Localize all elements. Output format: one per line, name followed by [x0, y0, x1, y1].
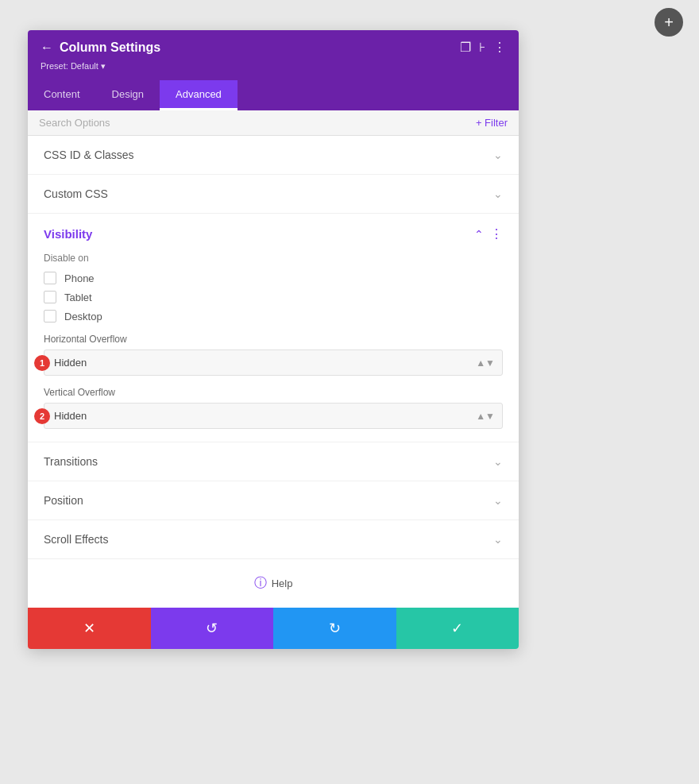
redo-button[interactable]: ↻: [273, 608, 396, 649]
tab-design[interactable]: Design: [96, 80, 160, 110]
horizontal-overflow-wrapper: 1 Hidden Visible Scroll Auto ▲▼: [44, 350, 503, 376]
filter-button[interactable]: + Filter: [476, 117, 508, 129]
tablet-label: Tablet: [64, 292, 92, 303]
desktop-label: Desktop: [64, 311, 102, 322]
panel-header: ← Column Settings ❐ ⊦ ⋮ Preset: Default: [28, 30, 519, 80]
visibility-title: Visibility: [44, 227, 92, 241]
scroll-effects-section[interactable]: Scroll Effects ⌄: [28, 520, 519, 559]
vertical-overflow-group: Vertical Overflow 2 Hidden Visible Scrol…: [44, 387, 503, 429]
tab-bar: Content Design Advanced: [28, 80, 519, 110]
custom-css-chevron: ⌄: [493, 187, 503, 200]
visibility-section: Visibility ⌃ ⋮ Disable on Phone Tablet D…: [28, 214, 519, 442]
horizontal-overflow-select[interactable]: Hidden Visible Scroll Auto: [44, 350, 503, 376]
scroll-effects-label: Scroll Effects: [44, 533, 108, 546]
phone-label: Phone: [64, 272, 95, 284]
css-id-classes-label: CSS ID & Classes: [44, 149, 134, 161]
undo-button[interactable]: ↺: [151, 608, 274, 649]
desktop-checkbox[interactable]: [44, 310, 56, 322]
visibility-header: Visibility ⌃ ⋮: [44, 226, 503, 241]
undo-icon: ↺: [206, 620, 218, 637]
back-button[interactable]: ←: [41, 41, 53, 55]
help-row: ⓘ Help: [28, 559, 519, 608]
vertical-overflow-badge: 2: [34, 408, 50, 424]
cancel-button[interactable]: ✕: [28, 608, 151, 649]
column-settings-panel: ← Column Settings ❐ ⊦ ⋮ Preset: Default …: [28, 30, 519, 649]
phone-checkbox[interactable]: [44, 272, 56, 284]
panel-footer: ✕ ↺ ↻ ✓: [28, 608, 519, 649]
visibility-more-icon[interactable]: ⋮: [490, 226, 503, 241]
disable-on-label: Disable on: [44, 253, 503, 264]
position-section[interactable]: Position ⌄: [28, 481, 519, 520]
scroll-effects-chevron: ⌄: [493, 533, 503, 546]
transitions-section[interactable]: Transitions ⌄: [28, 442, 519, 481]
header-icons: ❐ ⊦ ⋮: [460, 40, 506, 55]
horizontal-overflow-badge: 1: [34, 355, 50, 371]
search-placeholder: Search Options: [39, 117, 110, 129]
search-bar: Search Options + Filter: [28, 110, 519, 136]
position-label: Position: [44, 494, 83, 507]
tab-advanced[interactable]: Advanced: [160, 80, 238, 110]
expand-icon[interactable]: ❐: [460, 40, 471, 55]
tab-content[interactable]: Content: [28, 80, 96, 110]
css-id-classes-chevron: ⌄: [493, 149, 503, 161]
tablet-checkbox[interactable]: [44, 291, 56, 303]
vertical-overflow-label: Vertical Overflow: [44, 387, 503, 398]
save-button[interactable]: ✓: [396, 608, 519, 649]
redo-icon: ↻: [329, 620, 341, 637]
tablet-checkbox-row: Tablet: [44, 291, 503, 303]
columns-icon[interactable]: ⊦: [479, 40, 485, 55]
transitions-label: Transitions: [44, 455, 98, 468]
vertical-overflow-select[interactable]: Hidden Visible Scroll Auto: [44, 403, 503, 429]
css-id-classes-section[interactable]: CSS ID & Classes ⌄: [28, 136, 519, 175]
horizontal-overflow-group: Horizontal Overflow 1 Hidden Visible Scr…: [44, 334, 503, 376]
position-chevron: ⌄: [493, 494, 503, 507]
fab-button[interactable]: +: [655, 8, 683, 37]
vertical-overflow-wrapper: 2 Hidden Visible Scroll Auto ▲▼: [44, 403, 503, 429]
more-icon[interactable]: ⋮: [493, 40, 506, 55]
preset-selector[interactable]: Preset: Default: [41, 61, 106, 71]
cancel-icon: ✕: [83, 620, 95, 637]
panel-title: Column Settings: [60, 41, 160, 55]
visibility-collapse-icon[interactable]: ⌃: [474, 228, 484, 241]
custom-css-section[interactable]: Custom CSS ⌄: [28, 175, 519, 214]
visibility-controls: ⌃ ⋮: [474, 226, 503, 241]
help-icon: ⓘ: [254, 575, 267, 592]
desktop-checkbox-row: Desktop: [44, 310, 503, 322]
custom-css-label: Custom CSS: [44, 187, 108, 200]
horizontal-overflow-label: Horizontal Overflow: [44, 334, 503, 345]
transitions-chevron: ⌄: [493, 455, 503, 468]
save-icon: ✓: [451, 620, 463, 637]
help-label[interactable]: Help: [272, 577, 293, 589]
phone-checkbox-row: Phone: [44, 272, 503, 284]
plus-icon: +: [664, 14, 674, 32]
panel-content: CSS ID & Classes ⌄ Custom CSS ⌄ Visibili…: [28, 136, 519, 608]
